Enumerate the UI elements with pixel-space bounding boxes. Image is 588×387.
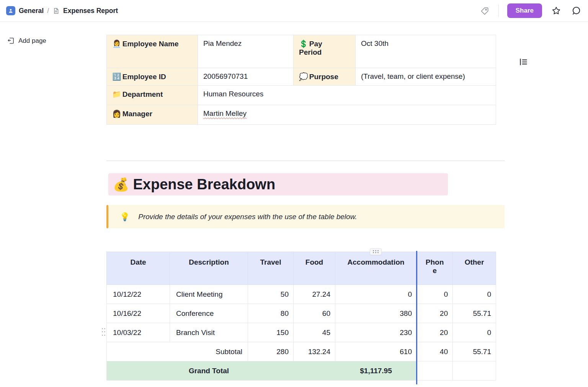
manager-value[interactable]: Martin Melley bbox=[198, 105, 496, 125]
money-bag-icon: 💰 bbox=[113, 177, 129, 192]
cell-description[interactable]: Branch Visit bbox=[170, 323, 248, 342]
cell-description[interactable]: Conference bbox=[170, 304, 248, 323]
share-button[interactable]: Share bbox=[507, 3, 542, 18]
column-drag-handle[interactable] bbox=[370, 248, 382, 255]
department-icon: 📁 bbox=[112, 90, 121, 98]
cell-accommodation[interactable]: 0 bbox=[335, 285, 417, 304]
callout-block[interactable]: 💡 Provide the details of your expenses w… bbox=[106, 205, 505, 228]
table-row: 👩Manager Martin Melley bbox=[107, 105, 496, 125]
table-row: 🔢Employee ID 20056970731 💭Purpose (Trave… bbox=[107, 68, 496, 86]
department-label-cell[interactable]: 📁Department bbox=[107, 86, 198, 105]
grand-total-spacer bbox=[294, 361, 335, 380]
manager-label-cell[interactable]: 👩Manager bbox=[107, 105, 198, 125]
pay-period-value[interactable]: Oct 30th bbox=[356, 35, 496, 68]
breadcrumb-page-title[interactable]: Expenses Report bbox=[63, 7, 118, 15]
expense-table: Date Description Travel Food Accommodati… bbox=[106, 252, 496, 380]
purpose-value[interactable]: (Travel, team, or client expense) bbox=[356, 68, 496, 86]
subtotal-other[interactable]: 55.71 bbox=[453, 342, 496, 361]
favorite-star-icon[interactable] bbox=[550, 5, 562, 16]
employee-id-value[interactable]: 20056970731 bbox=[198, 68, 294, 86]
expense-table-wrap: Date Description Travel Food Accommodati… bbox=[106, 252, 496, 380]
column-header-description[interactable]: Description bbox=[170, 252, 248, 285]
table-row: 👩‍💼Employee Name Pia Mendez 💲Pay Period … bbox=[107, 35, 496, 68]
cell-accommodation[interactable]: 230 bbox=[335, 323, 417, 342]
breadcrumb-workspace[interactable]: General bbox=[19, 7, 44, 15]
purpose-icon: 💭 bbox=[299, 73, 308, 81]
comment-icon[interactable] bbox=[570, 5, 582, 16]
grand-total-empty-phone[interactable] bbox=[417, 361, 453, 380]
column-header-date[interactable]: Date bbox=[107, 252, 170, 285]
row-drag-handle[interactable] bbox=[101, 327, 106, 337]
grand-total-spacer bbox=[107, 361, 170, 380]
pay-period-icon: 💲 bbox=[299, 40, 308, 48]
breadcrumb: General / Expenses Report bbox=[6, 6, 118, 15]
employee-name-label-cell[interactable]: 👩‍💼Employee Name bbox=[107, 35, 198, 68]
cell-travel[interactable]: 150 bbox=[248, 323, 294, 342]
cell-other[interactable]: 55.71 bbox=[453, 304, 496, 323]
section-title: Expense Breakdown bbox=[133, 176, 275, 193]
cell-travel[interactable]: 50 bbox=[248, 285, 294, 304]
cell-travel[interactable]: 80 bbox=[248, 304, 294, 323]
employee-info-table: 👩‍💼Employee Name Pia Mendez 💲Pay Period … bbox=[106, 35, 496, 125]
column-header-phone[interactable]: Phone bbox=[417, 252, 453, 285]
topbar: General / Expenses Report Share bbox=[0, 0, 588, 22]
table-of-contents-icon[interactable] bbox=[518, 57, 528, 68]
tag-icon[interactable] bbox=[480, 6, 490, 16]
cell-other[interactable]: 0 bbox=[453, 323, 496, 342]
subtotal-accommodation[interactable]: 610 bbox=[335, 342, 417, 361]
cell-date[interactable]: 10/12/22 bbox=[107, 285, 170, 304]
topbar-actions: Share bbox=[480, 3, 582, 18]
purpose-label-cell[interactable]: 💭Purpose bbox=[294, 68, 356, 86]
department-label: Department bbox=[122, 90, 163, 98]
section-divider bbox=[106, 161, 505, 161]
pay-period-label-cell[interactable]: 💲Pay Period bbox=[294, 35, 356, 68]
workspace-avatar-icon[interactable] bbox=[6, 6, 15, 15]
cell-food[interactable]: 27.24 bbox=[294, 285, 335, 304]
column-header-travel[interactable]: Travel bbox=[248, 252, 294, 285]
subtotal-food[interactable]: 132.24 bbox=[294, 342, 335, 361]
cell-food[interactable]: 60 bbox=[294, 304, 335, 323]
employee-name-value[interactable]: Pia Mendez bbox=[198, 35, 294, 68]
cell-other[interactable]: 0 bbox=[453, 285, 496, 304]
add-page-label: Add page bbox=[18, 37, 46, 45]
manager-value-text: Martin Melley bbox=[203, 109, 247, 117]
column-header-accommodation[interactable]: Accommodation bbox=[335, 252, 417, 285]
cell-date[interactable]: 10/03/22 bbox=[107, 323, 170, 342]
column-resize-line[interactable] bbox=[416, 251, 417, 384]
breadcrumb-separator: / bbox=[47, 7, 49, 15]
doc-page: General / Expenses Report Share Add page bbox=[0, 0, 588, 387]
callout-accent-bar bbox=[106, 205, 108, 228]
grand-total-empty-other[interactable] bbox=[453, 361, 496, 380]
department-value[interactable]: Human Resources bbox=[198, 86, 496, 105]
grand-total-spacer bbox=[248, 361, 294, 380]
grand-total-value[interactable]: $1,117.95 bbox=[335, 361, 417, 380]
cell-phone[interactable]: 20 bbox=[417, 323, 453, 342]
subtotal-label[interactable]: Subtotal bbox=[107, 342, 248, 361]
column-header-other[interactable]: Other bbox=[453, 252, 496, 285]
cell-description[interactable]: Client Meeting bbox=[170, 285, 248, 304]
subtotal-phone[interactable]: 40 bbox=[417, 342, 453, 361]
cell-phone[interactable]: 0 bbox=[417, 285, 453, 304]
cell-date[interactable]: 10/16/22 bbox=[107, 304, 170, 323]
purpose-label: Purpose bbox=[309, 73, 338, 81]
document-icon bbox=[52, 7, 60, 15]
table-row: 10/12/22 Client Meeting 50 27.24 0 0 0 bbox=[107, 285, 496, 304]
section-heading[interactable]: 💰 Expense Breakdown bbox=[108, 173, 448, 195]
cell-accommodation[interactable]: 380 bbox=[335, 304, 417, 323]
employee-name-icon: 👩‍💼 bbox=[112, 40, 121, 48]
add-page-button[interactable]: Add page bbox=[7, 37, 46, 45]
grand-total-label[interactable]: Grand Total bbox=[170, 361, 248, 380]
subtotal-travel[interactable]: 280 bbox=[248, 342, 294, 361]
manager-icon: 👩 bbox=[112, 110, 121, 118]
table-row: 10/03/22 Branch Visit 150 45 230 20 0 bbox=[107, 323, 496, 342]
grand-total-row: Grand Total $1,117.95 bbox=[107, 361, 496, 380]
cell-food[interactable]: 45 bbox=[294, 323, 335, 342]
topbar-divider bbox=[498, 4, 499, 17]
employee-name-label: Employee Name bbox=[122, 40, 179, 48]
column-header-food[interactable]: Food bbox=[294, 252, 335, 285]
table-row: 📁Department Human Resources bbox=[107, 86, 496, 105]
cell-phone[interactable]: 20 bbox=[417, 304, 453, 323]
subtotal-row: Subtotal 280 132.24 610 40 55.71 bbox=[107, 342, 496, 361]
lightbulb-icon: 💡 bbox=[120, 212, 130, 221]
employee-id-label-cell[interactable]: 🔢Employee ID bbox=[107, 68, 198, 86]
